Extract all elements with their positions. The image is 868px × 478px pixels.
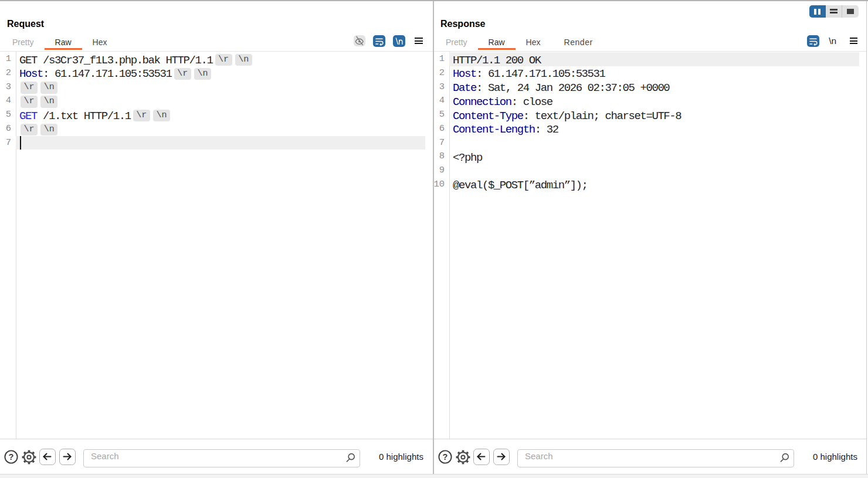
svg-text:?: ?: [442, 452, 447, 462]
svg-text:?: ?: [8, 452, 13, 462]
